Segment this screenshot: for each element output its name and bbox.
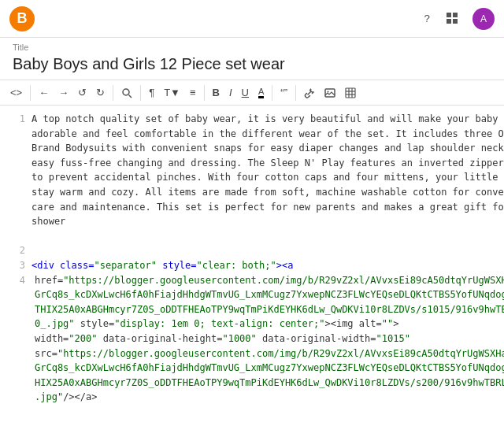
top-bar-left: B (9, 6, 415, 31)
toolbar-separator2 (113, 85, 113, 101)
editor-text[interactable]: A top notch quality set of baby wear, it… (32, 112, 504, 426)
paragraph-btn[interactable]: ¶ (145, 83, 158, 102)
top-bar-right: ? A (421, 8, 495, 30)
toolbar-separator6 (295, 85, 296, 101)
search-btn[interactable] (117, 84, 136, 102)
svg-rect-6 (325, 89, 335, 97)
main-content: Title <> ← → ↺ ↻ ¶ T▼ ≡ B I U A (0, 38, 504, 426)
editor-body[interactable]: 1 234 5678910 1112 13 14 15 (0, 106, 504, 426)
svg-line-5 (129, 94, 132, 98)
toolbar-separator (30, 85, 31, 101)
editor-content-area: 1 234 5678910 1112 13 14 15 (13, 112, 504, 426)
svg-rect-8 (346, 88, 355, 98)
table-btn[interactable] (341, 84, 360, 102)
editor-panel: Title <> ← → ↺ ↻ ¶ T▼ ≡ B I U A (0, 38, 504, 426)
help-button[interactable]: ? (421, 9, 433, 28)
italic-btn[interactable]: I (225, 83, 236, 102)
top-bar: B ? A (0, 0, 504, 38)
svg-rect-0 (447, 13, 451, 17)
undo-btn[interactable]: ← (35, 83, 53, 102)
toolbar-separator5 (272, 85, 272, 101)
post-title-input[interactable] (0, 54, 504, 80)
link-btn[interactable] (300, 84, 319, 102)
quote-btn[interactable]: “” (276, 83, 291, 102)
editor-toolbar: <> ← → ↺ ↻ ¶ T▼ ≡ B I U A “” (0, 80, 504, 106)
avatar[interactable]: A (472, 8, 495, 30)
bold-btn[interactable]: B (209, 83, 224, 102)
svg-rect-1 (453, 13, 458, 17)
svg-point-4 (123, 89, 129, 95)
svg-point-7 (328, 91, 329, 92)
image-btn[interactable] (321, 84, 339, 102)
underline-btn[interactable]: U (238, 83, 253, 102)
html-mode-btn[interactable]: <> (6, 83, 26, 102)
text-style-btn[interactable]: T▼ (160, 83, 184, 102)
apps-button[interactable] (443, 9, 463, 29)
undo2-btn[interactable]: ↺ (74, 83, 91, 102)
blogger-logo: B (9, 6, 35, 31)
toolbar-separator3 (140, 85, 141, 101)
svg-rect-3 (453, 19, 458, 24)
redo2-btn[interactable]: ↻ (92, 83, 109, 102)
toolbar-separator4 (204, 85, 205, 101)
svg-rect-2 (447, 19, 451, 24)
color-btn[interactable]: A (254, 84, 268, 102)
align-btn[interactable]: ≡ (186, 83, 200, 102)
line-numbers: 1 234 5678910 1112 13 14 15 (13, 112, 32, 426)
redo-btn[interactable]: → (54, 83, 72, 102)
title-label: Title (0, 38, 504, 54)
